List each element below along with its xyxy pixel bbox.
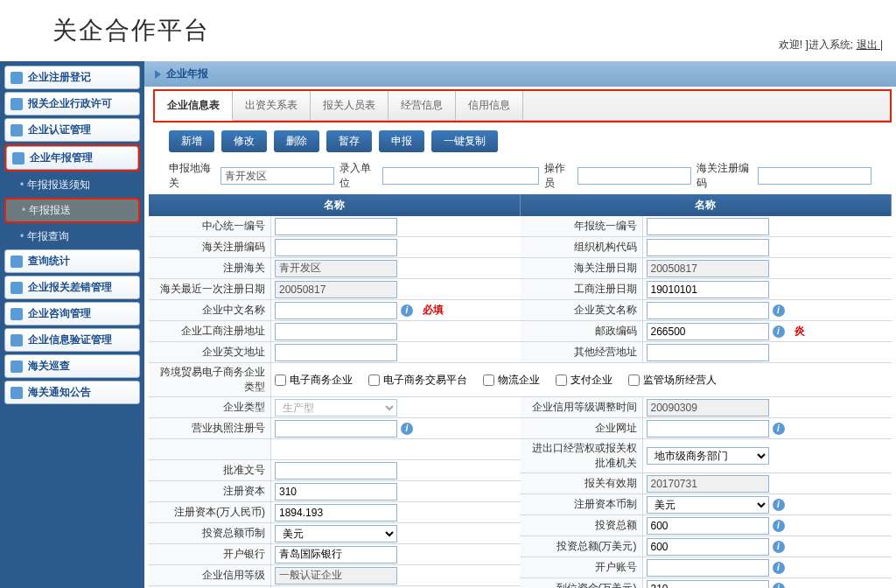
chk-payment-lbl: 支付企业 [570,373,612,388]
info-icon[interactable]: i [773,304,785,317]
chk-supervise[interactable] [628,374,640,386]
filter-unit-input[interactable] [382,167,539,185]
info-icon[interactable]: i [401,423,413,435]
app-title: 关企合作平台 [52,14,210,47]
sel-imp-exp-auth[interactable]: 地市级商务部门 [647,447,769,465]
inp-postal[interactable] [647,323,769,340]
info-icon[interactable]: i [773,326,785,338]
inp-reg-capital[interactable] [275,483,397,500]
copy-button[interactable]: 一键复制 [431,130,498,152]
lbl-credit-adj: 企业信用等级调整时间 [521,397,643,417]
inp-inv-total[interactable] [647,517,769,535]
doc-icon [10,334,23,346]
lbl-reg-customs: 注册海关 [149,258,271,278]
doc-icon [10,98,23,110]
inp-website[interactable] [647,420,769,438]
info-icon[interactable]: i [401,304,413,317]
lbl-inv-curr: 投资总额币制 [149,523,271,543]
inp-central-code[interactable] [275,218,397,235]
inp-customs-reg-date [647,260,769,277]
sidebar-item-error[interactable]: 企业报关差错管理 [4,276,140,299]
sidebar-sub-query[interactable]: •年报查询 [4,226,140,248]
sidebar-sub-notice[interactable]: •年报报送须知 [4,174,140,196]
lbl-customs-reg-code: 海关注册编码 [149,237,271,257]
inp-org-code[interactable] [647,239,769,256]
sel-reg-cap-curr[interactable]: 美元 [647,496,769,514]
sidebar-item-announcement[interactable]: 海关通知公告 [4,381,140,404]
save-button[interactable]: 暂存 [326,130,372,152]
inp-biz-license[interactable] [275,420,397,438]
inp-bank[interactable] [275,546,397,564]
lbl-en-addr: 企业英文地址 [149,342,271,362]
chk-payment[interactable] [556,374,567,386]
inp-other-addr[interactable] [647,344,769,361]
edit-button[interactable]: 修改 [221,130,267,152]
lbl-account: 开户账号 [521,557,643,578]
inp-ic-reg-date[interactable] [647,281,769,298]
sidebar-item-stats[interactable]: 查询统计 [4,249,140,273]
inp-en-addr[interactable] [275,344,397,361]
info-icon[interactable]: i [773,583,785,589]
inp-credit-adj [647,399,769,416]
sidebar-item-register[interactable]: 企业注册登记 [4,66,140,89]
lbl-reg-cap-rmb: 注册资本(万人民币) [149,502,271,522]
info-icon[interactable]: i [773,499,785,511]
arrow-icon [155,70,161,79]
tab-credit[interactable]: 信用信息 [456,91,523,120]
inp-ic-addr[interactable] [275,323,397,340]
lbl-bank: 开户银行 [149,544,271,564]
inp-account[interactable] [647,559,769,577]
sidebar-sub-submit[interactable]: •年报报送 [6,200,138,221]
inp-approval-no[interactable] [275,462,397,480]
filter-customs-label: 申报地海关 [169,161,215,191]
tab-personnel[interactable]: 报关人员表 [311,91,388,120]
inp-credit-lvl [275,567,397,584]
sidebar-item-annual[interactable]: 企业年报管理 [6,146,138,170]
warn-hint: 炎 [794,324,805,339]
inp-reg-cap-rmb[interactable] [275,504,397,522]
info-icon[interactable]: i [773,562,785,574]
info-icon[interactable]: i [773,541,785,553]
logout-link[interactable]: 退出 | [857,38,883,51]
inp-annual-no[interactable] [647,218,769,235]
info-icon[interactable]: i [773,423,785,435]
inp-inv-usd[interactable] [647,538,769,556]
sidebar: 企业注册登记 报关企业行政许可 企业认证管理 企业年报管理 •年报报送须知 •年… [0,61,144,588]
filter-regcode-input[interactable] [758,167,872,185]
section-header: 企业年报 [144,61,896,87]
sidebar-item-cert[interactable]: 企业认证管理 [4,118,140,142]
lbl-en-name: 企业英文名称 [521,300,643,320]
info-icon[interactable]: i [773,520,785,532]
doc-icon [10,308,23,320]
filter-operator-input[interactable] [578,167,691,185]
declare-button[interactable]: 申报 [379,130,424,152]
inp-en-name[interactable] [647,302,769,319]
lbl-cap-in-place: 到位资金(万美元) [521,578,643,588]
filter-regcode-label: 海关注册编码 [696,161,752,191]
chk-logistics[interactable] [483,374,494,386]
sidebar-item-license[interactable]: 报关企业行政许可 [4,92,140,116]
page-title: 企业年报 [166,66,208,81]
inp-customs-reg-code[interactable] [275,239,397,256]
lbl-central-code: 中心统一编号 [149,216,271,236]
sel-inv-curr[interactable]: 美元 [275,525,397,542]
inp-cn-name[interactable] [275,302,397,319]
lbl-other-addr: 其他经营地址 [521,342,643,362]
lbl-approval-no: 批准文号 [149,460,271,480]
tab-ent-info[interactable]: 企业信息表 [155,91,233,121]
tab-operation[interactable]: 经营信息 [388,91,456,120]
sidebar-item-verify[interactable]: 企业信息验证管理 [4,328,140,352]
inp-customs-valid [647,475,769,493]
sidebar-item-patrol[interactable]: 海关巡查 [4,354,140,378]
delete-button[interactable]: 删除 [274,130,319,152]
sidebar-item-consult[interactable]: 企业咨询管理 [4,302,140,326]
doc-icon [12,152,24,164]
chk-platform[interactable] [368,374,380,386]
doc-icon [10,124,23,136]
add-button[interactable]: 新增 [169,130,214,152]
doc-icon [10,387,23,399]
lbl-credit-lvl: 企业信用等级 [149,565,271,585]
tab-investor[interactable]: 出资关系表 [233,91,311,120]
inp-cap-in-place[interactable] [647,580,769,589]
chk-ecom[interactable] [275,374,286,386]
